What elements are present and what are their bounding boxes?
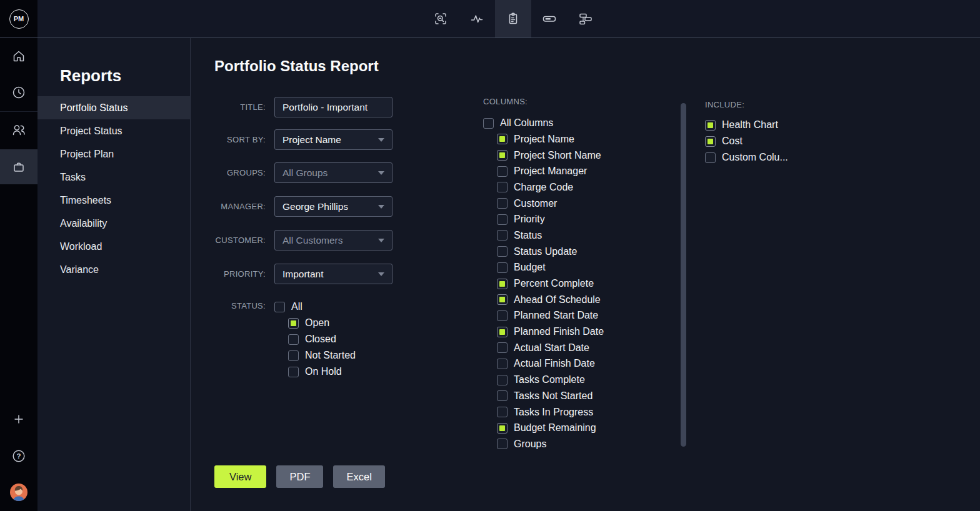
priority-select[interactable]: Important bbox=[274, 264, 392, 284]
plus-icon-glyph bbox=[12, 412, 26, 426]
column-checkbox-row[interactable]: Groups bbox=[497, 436, 604, 452]
checkbox[interactable] bbox=[483, 118, 494, 129]
home-icon[interactable] bbox=[0, 39, 38, 74]
workflow-icon[interactable] bbox=[568, 0, 604, 37]
timeline-icon[interactable] bbox=[531, 0, 568, 37]
checkbox-label: All Columns bbox=[500, 117, 553, 129]
checkbox[interactable] bbox=[497, 294, 508, 305]
checkbox-label: Percent Complete bbox=[514, 278, 594, 289]
action-button[interactable]: PDF bbox=[276, 465, 323, 488]
panel-title: Reports bbox=[38, 38, 190, 86]
column-checkbox-row[interactable]: Tasks In Progress bbox=[497, 404, 604, 420]
checkbox[interactable] bbox=[497, 134, 508, 144]
checkbox[interactable] bbox=[705, 152, 716, 163]
clipboard-icon[interactable] bbox=[495, 0, 531, 37]
sidebar-item[interactable]: Variance bbox=[38, 258, 190, 281]
sidebar-item[interactable]: Project Status bbox=[38, 119, 190, 142]
all-columns-row[interactable]: All Columns bbox=[483, 115, 553, 131]
column-checkbox-row[interactable]: Actual Finish Date bbox=[497, 356, 604, 372]
checkbox-label: Tasks In Progress bbox=[514, 407, 593, 418]
checkbox[interactable] bbox=[497, 439, 508, 449]
column-checkbox-row[interactable]: Project Short Name bbox=[497, 147, 604, 164]
checkbox[interactable] bbox=[497, 262, 508, 273]
column-checkbox-row[interactable]: Priority bbox=[497, 211, 604, 227]
avatar-icon-glyph bbox=[9, 483, 28, 502]
checkbox[interactable] bbox=[497, 342, 508, 353]
checkbox[interactable] bbox=[497, 198, 508, 209]
include-checkbox-row[interactable]: Cost bbox=[705, 133, 788, 149]
status-checkbox-row[interactable]: All bbox=[274, 299, 356, 315]
checkbox[interactable] bbox=[288, 318, 299, 329]
sidebar-item[interactable]: Tasks bbox=[38, 166, 190, 189]
checkbox[interactable] bbox=[705, 120, 716, 131]
column-checkbox-row[interactable]: Tasks Not Started bbox=[497, 388, 604, 404]
sidebar-item[interactable]: Availability bbox=[38, 212, 190, 235]
column-checkbox-row[interactable]: Budget Remaining bbox=[497, 420, 604, 436]
sidebar-item[interactable]: Portfolio Status bbox=[38, 96, 190, 119]
checkbox[interactable] bbox=[288, 334, 299, 345]
sidebar-item[interactable]: Workload bbox=[38, 235, 190, 258]
checkbox[interactable] bbox=[497, 407, 508, 417]
column-checkbox-row[interactable]: Budget bbox=[497, 260, 604, 276]
manager-select[interactable]: George Phillips bbox=[274, 196, 392, 217]
status-checkbox-row[interactable]: Closed bbox=[288, 331, 356, 347]
checkbox[interactable] bbox=[497, 310, 508, 321]
groups-select[interactable]: All Groups bbox=[274, 162, 392, 183]
sidebar-item[interactable]: Timesheets bbox=[38, 189, 190, 212]
column-checkbox-row[interactable]: Project Manager bbox=[497, 163, 604, 179]
include-checkbox-row[interactable]: Custom Colu... bbox=[705, 149, 788, 166]
column-checkbox-row[interactable]: Planned Start Date bbox=[497, 308, 604, 324]
action-button[interactable]: View bbox=[214, 465, 266, 488]
customer-select[interactable]: All Customers bbox=[274, 230, 392, 251]
page-title: Portfolio Status Report bbox=[214, 57, 379, 75]
checkbox[interactable] bbox=[288, 350, 299, 361]
checkbox[interactable] bbox=[497, 150, 508, 161]
column-checkbox-row[interactable]: Actual Start Date bbox=[497, 340, 604, 356]
checkbox-label: Planned Start Date bbox=[514, 310, 598, 321]
checkbox[interactable] bbox=[497, 375, 508, 385]
column-checkbox-row[interactable]: Status Update bbox=[497, 244, 604, 260]
checkbox[interactable] bbox=[497, 359, 508, 369]
add-icon[interactable] bbox=[0, 402, 38, 437]
checkbox[interactable] bbox=[497, 214, 508, 225]
sort-by-select[interactable]: Project Name bbox=[274, 129, 392, 150]
column-checkbox-row[interactable]: Status bbox=[497, 227, 604, 244]
zoom-select-icon[interactable] bbox=[422, 0, 459, 37]
column-checkbox-row[interactable]: Percent Complete bbox=[497, 275, 604, 292]
sidebar-item-label: Timesheets bbox=[60, 195, 111, 206]
column-checkbox-row[interactable]: Ahead Of Schedule bbox=[497, 292, 604, 308]
timeline-icon-glyph bbox=[542, 11, 557, 26]
checkbox[interactable] bbox=[497, 327, 508, 337]
checkbox[interactable] bbox=[288, 367, 299, 377]
checkbox[interactable] bbox=[705, 136, 716, 147]
checkbox[interactable] bbox=[497, 166, 508, 177]
columns-scrollbar[interactable] bbox=[681, 103, 686, 447]
column-checkbox-row[interactable]: Planned Finish Date bbox=[497, 324, 604, 340]
activity-icon[interactable] bbox=[459, 0, 495, 37]
checkbox[interactable] bbox=[497, 279, 508, 289]
portfolio-icon[interactable] bbox=[0, 149, 38, 184]
team-icon[interactable] bbox=[0, 112, 38, 147]
include-checkbox-row[interactable]: Health Chart bbox=[705, 117, 788, 133]
help-icon[interactable]: ? bbox=[0, 439, 38, 474]
column-checkbox-row[interactable]: Project Name bbox=[497, 131, 604, 147]
checkbox-label: On Hold bbox=[305, 366, 342, 377]
checkbox[interactable] bbox=[274, 302, 285, 312]
clock-icon[interactable] bbox=[0, 75, 38, 110]
status-checkbox-row[interactable]: Open bbox=[288, 315, 356, 331]
app-logo[interactable]: PM bbox=[0, 0, 38, 37]
title-input[interactable]: Portfolio - Important bbox=[274, 97, 392, 117]
checkbox[interactable] bbox=[497, 390, 508, 401]
column-checkbox-row[interactable]: Charge Code bbox=[497, 179, 604, 196]
action-button[interactable]: Excel bbox=[333, 465, 384, 488]
column-checkbox-row[interactable]: Customer bbox=[497, 196, 604, 212]
status-checkbox-row[interactable]: On Hold bbox=[288, 364, 356, 380]
checkbox[interactable] bbox=[497, 246, 508, 257]
checkbox[interactable] bbox=[497, 423, 508, 434]
sidebar-item[interactable]: Project Plan bbox=[38, 142, 190, 166]
user-avatar[interactable] bbox=[0, 475, 38, 510]
column-checkbox-row[interactable]: Tasks Complete bbox=[497, 372, 604, 388]
checkbox[interactable] bbox=[497, 230, 508, 241]
status-checkbox-row[interactable]: Not Started bbox=[288, 347, 356, 364]
checkbox[interactable] bbox=[497, 182, 508, 192]
